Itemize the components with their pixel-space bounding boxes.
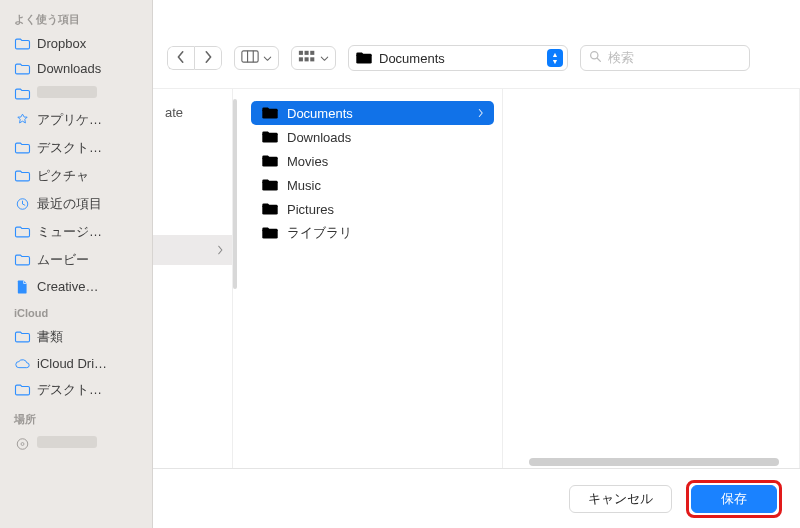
folder-icon (14, 37, 31, 51)
dialog-footer: キャンセル 保存 (153, 468, 800, 528)
folder-row[interactable]: Pictures (251, 197, 494, 221)
sidebar-item[interactable]: 最近の項目 (8, 190, 148, 218)
sidebar-item-label: 書類 (37, 328, 63, 346)
toolbar: Documents ▲▼ 検索 (153, 38, 800, 78)
save-button[interactable]: 保存 (691, 485, 777, 513)
folder-row[interactable]: Music (251, 173, 494, 197)
location-label: Documents (379, 51, 541, 66)
chevron-right-icon (201, 50, 215, 67)
folder-row[interactable]: Downloads (251, 125, 494, 149)
group-by-button[interactable] (291, 46, 336, 70)
updown-arrows-icon: ▲▼ (547, 49, 563, 67)
folder-icon (355, 51, 373, 65)
folder-icon (14, 383, 31, 397)
sidebar-item-label: iCloud Dri… (37, 356, 107, 371)
cloud-icon (14, 357, 31, 371)
sidebar-item[interactable]: デスクト… (8, 134, 148, 162)
sidebar-item[interactable]: 書類 (8, 323, 148, 351)
sidebar-item-label (37, 86, 97, 101)
sidebar-item[interactable]: Creative… (8, 274, 148, 299)
disk-icon (14, 437, 31, 451)
folder-label: ライブラリ (287, 224, 352, 242)
search-placeholder: 検索 (608, 49, 634, 67)
folder-icon (14, 225, 31, 239)
sidebar-section-locations: 場所 (14, 412, 148, 427)
sidebar-item[interactable]: Dropbox (8, 31, 148, 56)
chevron-left-icon (174, 50, 188, 67)
folder-row[interactable]: Movies (251, 149, 494, 173)
chevron-down-icon (320, 51, 329, 66)
save-button-highlight: 保存 (686, 480, 782, 518)
horizontal-scrollbar[interactable] (525, 456, 800, 468)
sidebar-item-label: デスクト… (37, 139, 102, 157)
chevron-down-icon (263, 51, 272, 66)
sidebar-item-label: 最近の項目 (37, 195, 102, 213)
folder-label: Pictures (287, 202, 334, 217)
horizontal-scroll-thumb[interactable] (529, 458, 779, 466)
folder-row[interactable]: Documents (251, 101, 494, 125)
nav-back-button[interactable] (167, 46, 194, 70)
folder-row[interactable]: ライブラリ (251, 221, 494, 245)
folder-icon (14, 141, 31, 155)
folder-icon (261, 202, 279, 216)
folder-icon (14, 169, 31, 183)
folder-icon (14, 62, 31, 76)
chevron-right-icon (216, 243, 224, 258)
sidebar-item-label: Downloads (37, 61, 101, 76)
sidebar-section-icloud: iCloud (14, 307, 148, 319)
sidebar-item[interactable]: デスクト… (8, 376, 148, 404)
sidebar-item-label: ムービー (37, 251, 89, 269)
chevron-right-icon (477, 106, 484, 121)
sidebar-section-favorites: よく使う項目 (14, 12, 148, 27)
folder-icon (261, 226, 279, 240)
sidebar-item[interactable] (8, 81, 148, 106)
sidebar-item[interactable]: iCloud Dri… (8, 351, 148, 376)
folder-icon (261, 154, 279, 168)
column1-selected-row[interactable] (153, 235, 232, 265)
browser-column-1[interactable]: ate (153, 89, 233, 468)
column2-scroll-thumb[interactable] (233, 99, 237, 289)
location-popup[interactable]: Documents ▲▼ (348, 45, 568, 71)
folder-label: Music (287, 178, 321, 193)
folder-icon (261, 106, 279, 120)
cancel-button[interactable]: キャンセル (569, 485, 672, 513)
folder-icon (261, 130, 279, 144)
view-columns-button[interactable] (234, 46, 279, 70)
browser-column-2[interactable]: DocumentsDownloadsMoviesMusicPicturesライブ… (233, 89, 503, 468)
sidebar-item[interactable]: ピクチャ (8, 162, 148, 190)
sidebar-item-label (37, 436, 97, 451)
search-field[interactable]: 検索 (580, 45, 750, 71)
folder-icon (261, 178, 279, 192)
sidebar: よく使う項目 DropboxDownloadsアプリケ…デスクト…ピクチャ最近の… (0, 0, 153, 528)
folder-label: Documents (287, 106, 353, 121)
sidebar-item[interactable]: ムービー (8, 246, 148, 274)
app-icon (14, 113, 31, 127)
folder-icon (14, 330, 31, 344)
sidebar-item-label: Dropbox (37, 36, 86, 51)
columns-icon (241, 50, 259, 66)
grid-icon (298, 50, 316, 66)
nav-forward-button[interactable] (194, 46, 222, 70)
search-icon (589, 50, 602, 66)
sidebar-item-label: デスクト… (37, 381, 102, 399)
sidebar-item[interactable]: Downloads (8, 56, 148, 81)
sidebar-item-label: ピクチャ (37, 167, 89, 185)
column-browser: ate DocumentsDownloadsMoviesMusicPicture… (153, 88, 800, 468)
sidebar-item-label: ミュージ… (37, 223, 102, 241)
folder-label: Downloads (287, 130, 351, 145)
folder-icon (14, 253, 31, 267)
folder-icon (14, 87, 31, 101)
browser-column-3[interactable] (503, 89, 800, 468)
sidebar-item[interactable]: アプリケ… (8, 106, 148, 134)
main-panel: Documents ▲▼ 検索 ate DocumentsDownloadsMo (153, 0, 800, 528)
save-panel-root: よく使う項目 DropboxDownloadsアプリケ…デスクト…ピクチャ最近の… (0, 0, 800, 528)
sidebar-item-label: アプリケ… (37, 111, 102, 129)
clock-icon (14, 197, 31, 211)
sidebar-item-label: Creative… (37, 279, 98, 294)
sidebar-item[interactable]: ミュージ… (8, 218, 148, 246)
document-icon (14, 280, 31, 294)
folder-label: Movies (287, 154, 328, 169)
column1-partial-item[interactable]: ate (153, 101, 232, 125)
sidebar-item[interactable] (8, 431, 148, 456)
